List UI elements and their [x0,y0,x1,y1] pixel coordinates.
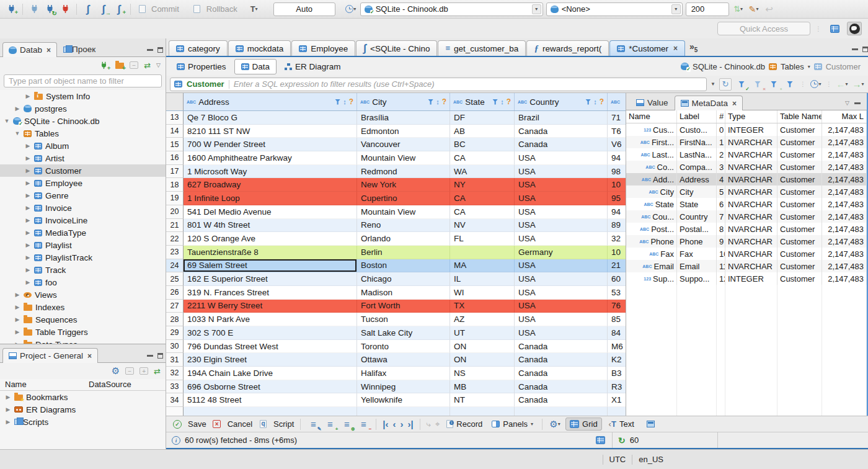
cell[interactable]: CA [450,151,515,165]
row-number[interactable]: 14 [166,125,184,138]
tree-item-mediatype[interactable]: ▶MediaType [0,226,166,239]
close-icon[interactable]: × [46,46,51,55]
close-icon[interactable]: × [87,352,92,360]
table-row[interactable]: 21801 W 4th StreetRenoNVUSA89 [166,219,626,233]
cell[interactable]: AB [450,125,515,138]
row-number[interactable]: 25 [166,272,184,286]
cell[interactable]: 98 [608,165,626,179]
meta-row-country[interactable]: ABCCou...Country7NVARCHARCustomer2,147,4… [626,210,867,223]
cell[interactable]: Tucson [357,313,450,326]
chevron-right-icon[interactable]: ▶ [25,168,31,174]
object-filter-input[interactable]: Type part of object name to filter [4,74,162,87]
schema-combo[interactable]: <None> ▼ [546,2,683,16]
tab-value[interactable]: Value [630,95,675,110]
disconnect-button[interactable] [59,3,71,16]
cell[interactable]: USA [515,286,608,300]
custom-filter-button[interactable] [784,78,796,91]
cell[interactable]: K2 [608,353,626,367]
tree-item-system-info[interactable]: ▶System Info [0,90,166,102]
chevron-right-icon[interactable]: ▶ [25,180,31,186]
cell[interactable]: USA [515,232,608,246]
text-view-button[interactable]: ‹T Text [606,418,637,430]
table-row[interactable]: 30796 Dundas Street WestTorontoONCanadaM… [166,340,626,354]
cell[interactable]: 2211 W Berry Street [184,300,357,313]
cell[interactable]: 71 [608,111,626,125]
cell[interactable]: IL [450,272,515,286]
table-row[interactable]: 281033 N Park AveTucsonAZUSA85 [166,313,626,326]
column-header-city[interactable]: ABCCity↕? [357,93,450,110]
cell[interactable]: USA [515,192,608,205]
chevron-right-icon[interactable]: ▶ [14,316,20,323]
cell[interactable]: Yellowknife [357,393,450,407]
cell[interactable]: 162 E Superior Street [184,272,357,286]
new-folder-button[interactable] [115,63,124,69]
row-number[interactable]: 22 [166,232,184,246]
row-number[interactable]: 16 [166,151,184,165]
cell[interactable]: Germany [515,246,608,259]
minimize-icon[interactable] [854,102,861,104]
open-sql-script-button[interactable]: ∫→ [97,3,110,16]
new-connection-button[interactable]: + [5,3,17,16]
meta-row-firstna[interactable]: ABCFirst...FirstNa...1NVARCHARCustomer2,… [626,136,867,148]
table-row[interactable]: 22120 S Orange AveOrlandoFLUSA32 [166,232,626,246]
meta-row-city[interactable]: ABCCityCity5NVARCHARCustomer2,147,483 [626,185,867,198]
row-number[interactable]: 32 [166,367,184,380]
cell[interactable]: V6 [608,138,626,151]
table-row[interactable]: 32194A Chain Lake DriveHalifaxNSCanadaB3 [166,367,626,380]
sort-icon[interactable]: ↕ [343,98,347,105]
cell[interactable]: BC [450,138,515,151]
table-row[interactable]: 171 Microsoft WayRedmondWAUSA98 [166,165,626,179]
table-row[interactable]: 29302 S 700 ESalt Lake CityUTUSA84 [166,326,626,340]
cell[interactable]: B3 [608,367,626,380]
chevron-right-icon[interactable]: ▶ [5,394,11,400]
record-mode-button[interactable]: Record [444,418,485,430]
cell[interactable]: CA [450,205,515,219]
refresh-data-button[interactable]: ⇅▾ [732,3,745,16]
tab-project-general[interactable]: Project - General × [2,348,98,363]
tree-item-invoice[interactable]: ▶Invoice [0,202,166,214]
cell[interactable]: USA [515,178,608,192]
cell[interactable]: Tauentzienstraße 8 [184,246,357,259]
maximize-icon[interactable] [157,353,163,359]
filter-history-dropdown[interactable]: ▼ [711,81,715,87]
row-number[interactable]: 21 [166,219,184,233]
tree-item-invoiceline[interactable]: ▶InvoiceLine [0,214,166,226]
tree-item-foo[interactable]: ▶foo [0,276,166,288]
cell[interactable]: USA [515,219,608,233]
tree-item-tables[interactable]: ▼Tables [0,127,166,140]
cell[interactable]: USA [515,300,608,313]
cell[interactable]: Redmond [357,165,450,179]
history-dropdown[interactable]: ▾ [345,3,357,16]
cell[interactable]: ON [450,340,515,354]
tree-item-playlist[interactable]: ▶Playlist [0,239,166,251]
cell[interactable]: NT [450,393,515,407]
filter-icon[interactable] [585,99,591,105]
chevron-down-icon[interactable]: ▼ [532,4,541,14]
cell[interactable]: NV [450,219,515,233]
cell[interactable]: Canada [515,340,608,354]
table-row[interactable]: 161600 Amphitheatre ParkwayMountain View… [166,151,626,165]
meta-column-table-name[interactable]: Table Name [777,110,822,123]
meta-row-custo[interactable]: 123Cus...Custo...0INTEGERCustomer2,147,4… [626,123,867,136]
table-row[interactable]: 345112 48 StreetYellowknifeNTCanadaX1 [166,393,626,407]
cell[interactable]: 541 Del Medio Avenue [184,205,357,219]
cell[interactable]: 1 Microsoft Way [184,165,357,179]
cell[interactable]: 10 [608,178,626,192]
cell[interactable]: Salt Lake City [357,326,450,340]
calc-panel-button[interactable] [645,418,657,431]
table-row[interactable]: 33696 Osborne StreetWinnipegMBCanadaR3 [166,380,626,394]
cell[interactable]: DF [450,111,515,125]
collapse-all-button[interactable]: − [125,367,134,375]
meta-column-name[interactable]: Name [626,110,677,123]
cell[interactable]: 85 [608,313,626,326]
script-button[interactable]: Script [273,419,294,429]
last-row-button[interactable]: ›| [408,420,414,429]
column-layout-button[interactable] [594,434,606,447]
editor-tab-employee[interactable]: Employee [291,40,355,56]
cell[interactable]: Canada [515,393,608,407]
cell[interactable]: USA [515,165,608,179]
tab-overflow-button[interactable]: »5 [689,42,698,56]
view-menu-button[interactable]: ▽ [156,62,161,68]
cell[interactable]: 194A Chain Lake Drive [184,367,357,380]
cell[interactable]: Boston [357,259,450,273]
